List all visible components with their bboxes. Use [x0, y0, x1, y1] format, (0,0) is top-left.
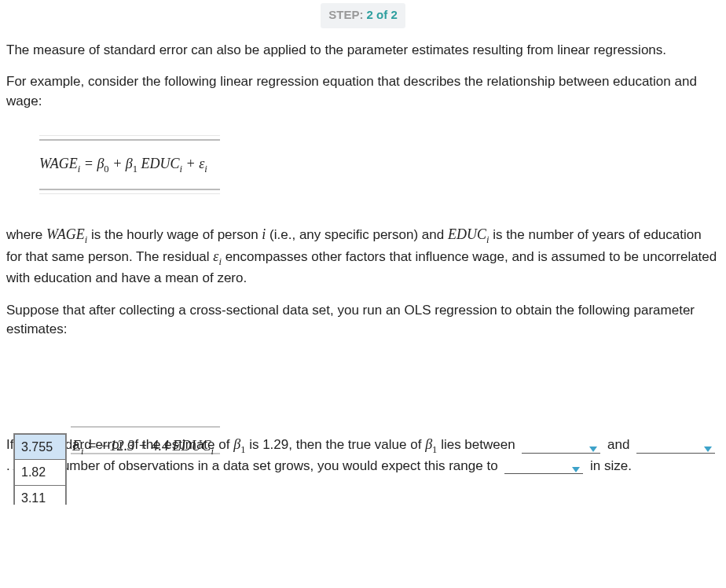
- paragraph-where: where WAGEi is the hourly wage of person…: [6, 224, 720, 288]
- step-indicator-row: STEP: 2 of 2: [6, 0, 720, 28]
- var-educ: EDUCi: [448, 226, 490, 242]
- step-chip: STEP: 2 of 2: [321, 3, 405, 28]
- var-i: i: [262, 226, 266, 242]
- dropdown-option[interactable]: 1.82: [15, 460, 66, 485]
- blank-lower-bound[interactable]: [522, 447, 600, 454]
- blank-upper-bound[interactable]: [636, 447, 715, 454]
- chevron-down-icon: [704, 447, 712, 452]
- chevron-down-icon: [589, 447, 597, 452]
- paragraph-example: For example, consider the following line…: [6, 72, 720, 111]
- equation-block-1: WAGEi = β0 + β1 EDUCi + εi: [39, 132, 220, 197]
- beta1-a: β1: [233, 436, 245, 452]
- step-prefix: STEP:: [328, 8, 366, 21]
- estimates-row: Ei = −12.3 + 4.4 EDUCi 3.755 1.82 3.11 2…: [6, 434, 720, 476]
- beta1-b: β1: [425, 436, 437, 452]
- dropdown-option[interactable]: 3.755: [15, 435, 66, 460]
- dropdown-options-popup[interactable]: 3.755 1.82 3.11 2.465: [14, 434, 66, 504]
- equation-model: WAGEi = β0 + β1 EDUCi + εi: [39, 156, 207, 171]
- chevron-down-icon: [572, 467, 580, 472]
- blank-range-direction[interactable]: [504, 467, 583, 474]
- paragraph-suppose: Suppose that after collecting a cross-se…: [6, 301, 720, 340]
- var-wage: WAGEi: [46, 226, 87, 242]
- var-eps: εi: [213, 248, 222, 264]
- equation-fitted: Ei = −12.3 + 4.4 EDUCi: [72, 435, 214, 458]
- paragraph-intro: The measure of standard error can also b…: [6, 41, 720, 61]
- step-current: 2 of 2: [367, 8, 398, 21]
- dropdown-option[interactable]: 3.11: [15, 485, 66, 505]
